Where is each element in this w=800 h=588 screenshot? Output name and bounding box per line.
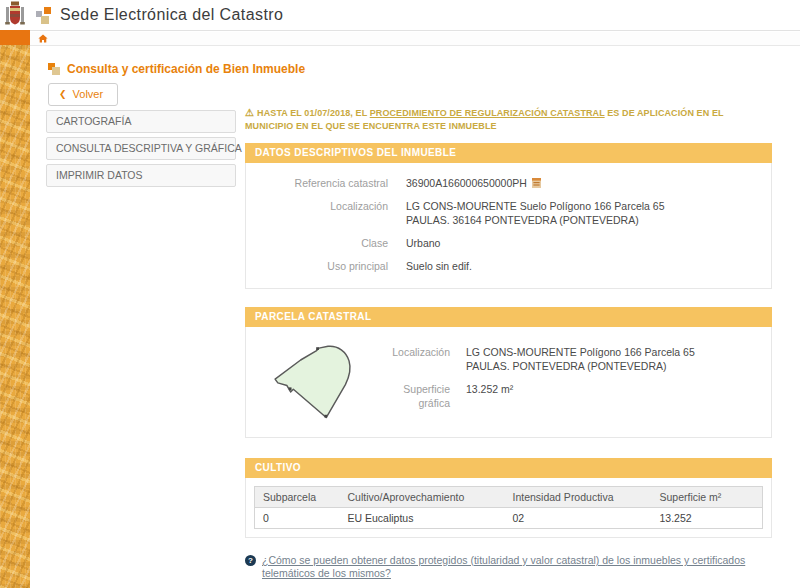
cultivo-table-header-row: Subparcela Cultivo/Aprovechamiento Inten… [255, 487, 763, 508]
panel-datos-descriptivos-body: Referencia catastral 36900A166000650000P… [245, 163, 772, 289]
panel-parcela-catastral: PARCELA CATASTRAL Localización LG CONS-M… [245, 307, 772, 438]
sidebar: CARTOGRAFÍA CONSULTA DESCRIPTIVA Y GRÁFI… [46, 110, 236, 191]
field-label: Superficie gráfica [370, 382, 466, 410]
question-mark-icon: ? [245, 555, 256, 566]
col-header-superficie: Superficie m² [652, 487, 763, 508]
warning-triangle-icon: ⚠ [245, 107, 254, 118]
spain-coat-of-arms-logo [0, 0, 30, 30]
sidebar-item-cartografia[interactable]: CARTOGRAFÍA [46, 110, 236, 133]
cell-intensidad: 02 [505, 508, 652, 529]
parcela-localizacion-line1: LG CONS-MOURENTE Polígono 166 Parcela 65 [466, 345, 695, 359]
superficie-grafica-value: 13.252 m² [466, 382, 513, 410]
clase-value: Urbano [406, 236, 440, 250]
warning-text-prefix: HASTA EL 01/07/2018, EL [257, 108, 370, 118]
col-header-cultivo: Cultivo/Aprovechamiento [340, 487, 505, 508]
field-row: Clase Urbano [246, 236, 771, 250]
chevron-left-icon: ❮ [59, 90, 67, 99]
panel-datos-descriptivos-header: DATOS DESCRIPTIVOS DEL INMUEBLE [245, 143, 772, 163]
catastro-page: Sede Electrónica del Catastro Consulta y… [0, 0, 800, 588]
cell-subparcela: 0 [255, 508, 340, 529]
page-title-row: Consulta y certificación de Bien Inmuebl… [48, 62, 305, 76]
background-texture [0, 45, 30, 588]
sidebar-item-consulta-descriptiva[interactable]: CONSULTA DESCRIPTIVA Y GRÁFICA [46, 137, 236, 160]
parcela-localizacion-line2: PAULAS. PONTEVEDRA (PONTEVEDRA) [466, 359, 695, 373]
regularizacion-link[interactable]: PROCEDIMIENTO DE REGULARIZACIÓN CATASTRA… [370, 108, 605, 118]
table-row: 0 EU Eucaliptus 02 13.252 [255, 508, 763, 529]
left-column [0, 0, 30, 588]
sidebar-item-imprimir-datos[interactable]: IMPRIMIR DATOS [46, 164, 236, 187]
panel-cultivo-body: Subparcela Cultivo/Aprovechamiento Inten… [245, 478, 772, 538]
cell-cultivo: EU Eucaliptus [340, 508, 505, 529]
col-header-intensidad: Intensidad Productiva [505, 487, 652, 508]
orange-brand-block [0, 30, 30, 45]
panel-parcela-header: PARCELA CATASTRAL [245, 307, 772, 327]
back-button[interactable]: ❮ Volver [48, 83, 118, 106]
localizacion-line1: LG CONS-MOURENTE Suelo Polígono 166 Parc… [406, 199, 665, 213]
refcat-detail-icon[interactable] [532, 178, 541, 188]
uso-principal-value: Suelo sin edif. [406, 259, 472, 273]
app-title: Sede Electrónica del Catastro [60, 6, 283, 24]
breadcrumb [30, 32, 800, 46]
col-header-subparcela: Subparcela [255, 487, 340, 508]
field-row: Localización LG CONS-MOURENTE Polígono 1… [370, 345, 695, 373]
field-row: Localización LG CONS-MOURENTE Suelo Polí… [246, 199, 771, 227]
field-row: Uso principal Suelo sin edif. [246, 259, 771, 273]
panel-parcela-body: Localización LG CONS-MOURENTE Polígono 1… [245, 327, 772, 438]
panel-cultivo-header: CULTIVO [245, 458, 772, 478]
field-label: Clase [246, 236, 406, 250]
field-row: Referencia catastral 36900A166000650000P… [246, 176, 771, 190]
cell-superficie: 13.252 [652, 508, 763, 529]
parcel-outline-graphic [266, 339, 370, 427]
home-icon[interactable] [38, 34, 48, 43]
consulta-squares-icon [48, 63, 60, 75]
protected-data-help-link[interactable]: ¿Cómo se pueden obtener datos protegidos… [262, 554, 772, 580]
regularizacion-warning: ⚠HASTA EL 01/07/2018, EL PROCEDIMIENTO D… [245, 106, 772, 133]
header-bar: Sede Electrónica del Catastro [30, 0, 800, 31]
panel-datos-descriptivos: DATOS DESCRIPTIVOS DEL INMUEBLE Referenc… [245, 143, 772, 289]
page-title: Consulta y certificación de Bien Inmuebl… [67, 62, 305, 76]
sec-squares-logo-icon [36, 7, 53, 24]
help-link-row: ? ¿Cómo se pueden obtener datos protegid… [245, 554, 772, 580]
cultivo-table: Subparcela Cultivo/Aprovechamiento Inten… [254, 486, 763, 529]
localizacion-line2: PAULAS. 36164 PONTEVEDRA (PONTEVEDRA) [406, 213, 665, 227]
main-content: ⚠HASTA EL 01/07/2018, EL PROCEDIMIENTO D… [245, 106, 772, 580]
field-row: Superficie gráfica 13.252 m² [370, 382, 695, 410]
field-label: Referencia catastral [246, 176, 406, 190]
panel-cultivo: CULTIVO Subparcela Cultivo/Aprovechamien… [245, 458, 772, 538]
referencia-catastral-value: 36900A166000650000PH [406, 176, 527, 190]
back-button-label: Volver [73, 88, 104, 100]
field-label: Uso principal [246, 259, 406, 273]
field-label: Localización [370, 345, 466, 373]
field-label: Localización [246, 199, 406, 227]
